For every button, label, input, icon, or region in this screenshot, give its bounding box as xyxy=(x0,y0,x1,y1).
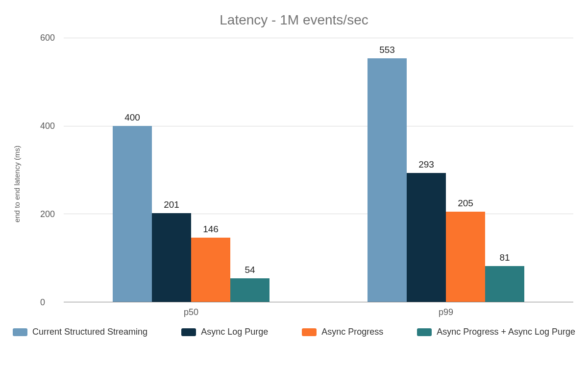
legend-item: Async Log Purge xyxy=(181,327,268,337)
legend-label: Async Progress xyxy=(321,327,383,337)
legend-item: Async Progress xyxy=(302,327,383,337)
legend-swatch xyxy=(417,328,432,336)
y-tick-label: 200 xyxy=(40,209,55,220)
bar-groups: 4002011465455329320581 xyxy=(64,38,573,302)
x-tick-label: p50 xyxy=(64,302,318,322)
legend-item: Async Progress + Async Log Purge xyxy=(417,327,575,337)
bar: 400 xyxy=(113,126,152,302)
plot-wrap: end to end latency (ms) 0200400600 40020… xyxy=(39,38,578,322)
bar-value-label: 293 xyxy=(418,159,434,170)
bar-value-label: 146 xyxy=(203,224,219,235)
bar-group: 40020114654 xyxy=(64,38,318,302)
bar-value-label: 400 xyxy=(124,112,140,123)
bar: 201 xyxy=(152,213,191,302)
x-ticks: p50p99 xyxy=(64,302,573,322)
legend-swatch xyxy=(13,328,27,336)
bar-value-label: 54 xyxy=(245,265,255,275)
y-tick-label: 400 xyxy=(40,121,55,131)
y-tick-label: 0 xyxy=(40,297,45,308)
bar-value-label: 81 xyxy=(499,252,510,263)
bar: 553 xyxy=(368,58,407,302)
legend-label: Async Log Purge xyxy=(201,327,268,337)
bar-value-label: 205 xyxy=(458,198,473,209)
y-axis-label: end to end latency (ms) xyxy=(13,146,21,222)
bar: 293 xyxy=(407,173,446,302)
bar-group: 55329320581 xyxy=(318,38,573,302)
chart-title: Latency - 1M events/sec xyxy=(10,12,578,28)
legend: Current Structured StreamingAsync Log Pu… xyxy=(10,322,578,337)
x-tick-label: p99 xyxy=(318,302,573,322)
bar: 205 xyxy=(446,212,485,302)
legend-label: Current Structured Streaming xyxy=(32,327,147,337)
legend-label: Async Progress + Async Log Purge xyxy=(437,327,575,337)
plot-area: 4002011465455329320581 xyxy=(64,38,573,302)
y-tick-label: 600 xyxy=(40,33,55,43)
legend-swatch xyxy=(181,328,196,336)
bar-value-label: 553 xyxy=(379,45,395,55)
bar: 54 xyxy=(230,278,270,302)
bar: 146 xyxy=(191,238,230,302)
legend-swatch xyxy=(302,328,317,336)
chart-container: Latency - 1M events/sec end to end laten… xyxy=(10,5,578,363)
bar-value-label: 201 xyxy=(164,199,179,210)
bar: 81 xyxy=(485,266,524,302)
legend-item: Current Structured Streaming xyxy=(13,327,147,337)
